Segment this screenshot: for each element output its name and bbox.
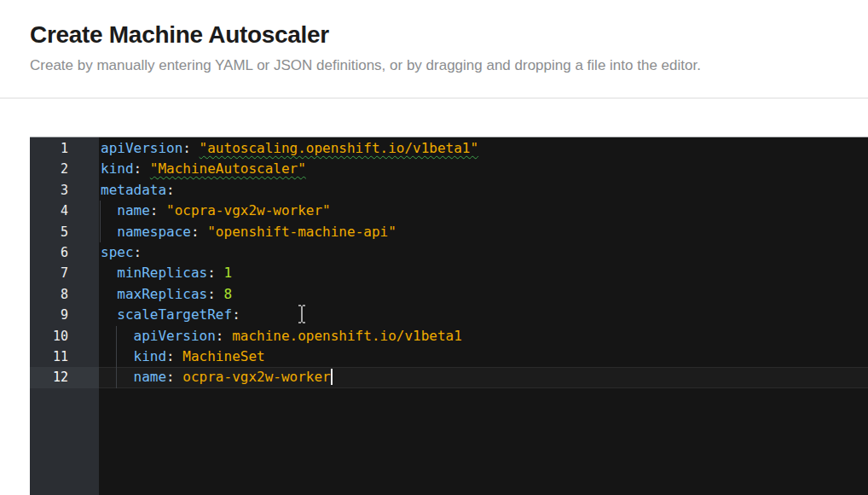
indent-guide <box>100 201 101 242</box>
code-token-key: minReplicas <box>117 265 207 281</box>
code-token-number: 8 <box>224 286 233 302</box>
code-token-punct: : <box>166 182 175 198</box>
line-number[interactable]: 6 <box>30 242 99 263</box>
yaml-editor[interactable]: 123456789101112 apiVersion: "autoscaling… <box>30 137 868 495</box>
code-line[interactable]: spec: <box>99 242 868 263</box>
code-token-key: metadata <box>101 182 166 198</box>
line-number[interactable]: 10 <box>30 326 99 346</box>
code-line[interactable]: metadata: <box>99 180 868 201</box>
code-token-punct: : <box>207 265 223 281</box>
code-line[interactable]: namespace: "openshift-machine-api" <box>99 222 868 242</box>
line-number[interactable]: 3 <box>30 180 99 201</box>
line-number[interactable]: 7 <box>30 263 99 283</box>
code-token-ws <box>101 306 117 323</box>
code-token-punct: : <box>134 160 150 177</box>
page-header: Create Machine Autoscaler Create by manu… <box>0 0 868 99</box>
code-token-punct: : <box>134 244 142 260</box>
line-number[interactable]: 2 <box>30 159 99 179</box>
line-number[interactable]: 9 <box>30 305 99 325</box>
code-token-punct: : <box>232 306 240 323</box>
create-machine-autoscaler-page: Create Machine Autoscaler Create by manu… <box>0 0 868 495</box>
code-token-key: name <box>134 369 167 385</box>
code-token-ws <box>101 328 134 344</box>
code-line[interactable]: kind: "MachineAutoscaler" <box>99 159 868 179</box>
code-token-string: "autoscaling.openshift.io/v1beta1" <box>200 140 479 156</box>
code-token-key: name <box>117 202 150 218</box>
code-token-ws <box>101 286 117 302</box>
code-token-punct: : <box>166 369 182 385</box>
code-token-key: scaleTargetRef <box>117 306 232 323</box>
code-token-string: "openshift-machine-api" <box>207 224 396 240</box>
code-token-punct: : <box>207 286 223 302</box>
code-token-ws <box>101 369 134 385</box>
text-caret <box>331 369 333 385</box>
code-token-string: ocpra-vgx2w-worker <box>182 369 330 385</box>
code-token-string: machine.openshift.io/v1beta1 <box>232 328 462 344</box>
line-number[interactable]: 1 <box>30 138 99 159</box>
code-token-punct: : <box>216 328 232 344</box>
code-token-key: namespace <box>117 224 191 240</box>
page-title: Create Machine Autoscaler <box>30 22 838 48</box>
code-token-string: "MachineAutoscaler" <box>150 160 306 177</box>
code-line[interactable]: name: ocpra-vgx2w-worker <box>99 367 868 387</box>
editor-code-area[interactable]: apiVersion: "autoscaling.openshift.io/v1… <box>99 137 868 495</box>
code-token-ws <box>101 202 117 218</box>
code-token-string: MachineSet <box>182 348 264 364</box>
code-line[interactable]: kind: MachineSet <box>99 346 868 367</box>
line-number[interactable]: 12 <box>30 367 99 387</box>
code-line[interactable]: minReplicas: 1 <box>99 263 868 283</box>
code-token-key: maxReplicas <box>117 286 207 302</box>
code-line[interactable]: scaleTargetRef: <box>99 305 868 325</box>
line-number[interactable]: 4 <box>30 201 99 221</box>
code-token-ws <box>101 265 117 281</box>
code-token-key: apiVersion <box>134 328 216 344</box>
code-token-punct: : <box>166 348 182 364</box>
code-line[interactable]: name: "ocpra-vgx2w-worker" <box>99 201 868 221</box>
code-token-key: kind <box>101 160 134 177</box>
code-token-key: spec <box>101 244 134 260</box>
line-number[interactable]: 5 <box>30 222 99 242</box>
code-token-key: kind <box>134 348 167 364</box>
code-token-ws <box>101 348 134 364</box>
indent-guide <box>116 326 117 388</box>
code-line[interactable]: maxReplicas: 8 <box>99 284 868 305</box>
code-token-number: 1 <box>224 265 233 281</box>
code-token-string: "ocpra-vgx2w-worker" <box>166 202 331 218</box>
code-token-ws <box>101 224 117 240</box>
page-description: Create by manually entering YAML or JSON… <box>30 56 838 74</box>
code-line[interactable]: apiVersion: "autoscaling.openshift.io/v1… <box>99 138 868 159</box>
code-token-punct: : <box>150 202 166 218</box>
line-number[interactable]: 11 <box>30 346 99 367</box>
editor-gutter: 123456789101112 <box>30 137 99 495</box>
code-token-punct: : <box>191 224 207 240</box>
code-line[interactable]: apiVersion: machine.openshift.io/v1beta1 <box>99 326 868 346</box>
line-number[interactable]: 8 <box>30 284 99 305</box>
code-token-punct: : <box>182 140 199 156</box>
code-token-key: apiVersion <box>101 140 182 156</box>
